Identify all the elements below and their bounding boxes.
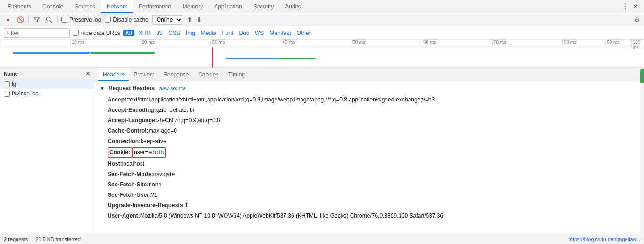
header-accept-encoding: Accept-Encoding: gzip, deflate, br: [100, 105, 638, 115]
scrollbar-track: [640, 68, 644, 234]
header-name-accept-encoding: Accept-Encoding:: [108, 106, 156, 114]
header-cookie: Cookie: user=admin: [100, 146, 638, 159]
tick-10ms: 10 ms: [70, 40, 84, 47]
filter-img[interactable]: Img: [184, 30, 197, 36]
disable-cache-text: Disable cache: [113, 17, 148, 23]
filter-xhr[interactable]: XHR: [137, 30, 152, 36]
filter-other[interactable]: Other: [295, 30, 312, 36]
detail-panel: Headers Preview Response Cookies Timing …: [94, 68, 644, 234]
tab-performance[interactable]: Performance: [133, 0, 177, 13]
list-item-favicon-checkbox[interactable]: [4, 91, 10, 97]
tab-preview[interactable]: Preview: [129, 68, 159, 81]
header-name-sec-fetch-user: Sec-Fetch-User:: [108, 191, 151, 199]
more-tabs-icon[interactable]: ⋮: [621, 2, 629, 11]
requests-count: 2 requests: [4, 236, 28, 242]
header-name-connection: Connection:: [108, 137, 141, 145]
disable-cache-label[interactable]: Disable cache: [105, 17, 148, 23]
request-list-header: Name ✕: [0, 68, 94, 79]
upload-icon[interactable]: ⬆: [187, 16, 192, 24]
request-headers-title: Request Headers: [109, 85, 155, 92]
filter-css[interactable]: CSS: [167, 30, 182, 36]
tab-network[interactable]: Network: [101, 0, 133, 13]
hide-data-urls-checkbox[interactable]: [73, 30, 79, 36]
search-icon-button[interactable]: [45, 16, 53, 24]
detail-panel-wrapper: Headers Preview Response Cookies Timing …: [94, 68, 644, 234]
preserve-log-label[interactable]: Preserve log: [61, 17, 101, 23]
timeline-green-bar-1: [90, 52, 155, 54]
timeline-blue-bar-2: [226, 58, 277, 59]
header-value-host: localhost: [122, 160, 144, 168]
clear-button[interactable]: 🚫: [16, 16, 25, 24]
filter-js[interactable]: JS: [155, 30, 164, 36]
header-name-accept-language: Accept-Language:: [108, 116, 157, 125]
external-link[interactable]: https://blog.csdn.net/gageliao...: [569, 236, 640, 242]
disable-cache-checkbox[interactable]: [105, 17, 111, 23]
header-sec-fetch-user: Sec-Fetch-User: ?1: [100, 190, 638, 200]
header-value-upgrade-insecure: 1: [185, 201, 188, 210]
tabs-icons: ⋮ ✕: [621, 2, 642, 11]
status-bar: 2 requests 21.5 KB transferred https://b…: [0, 234, 644, 244]
tab-cookies[interactable]: Cookies: [193, 68, 223, 81]
tab-timing[interactable]: Timing: [223, 68, 250, 81]
preserve-log-checkbox[interactable]: [61, 17, 67, 23]
network-toolbar: ● 🚫 Preserve log Disable cache Online ⬆ …: [0, 13, 644, 26]
hide-data-urls-label[interactable]: Hide data URLs: [73, 30, 120, 36]
tab-sources[interactable]: Sources: [69, 0, 101, 13]
list-item-favicon-name: favicon.ico: [12, 90, 39, 97]
tick-20ms: 20 ms: [141, 40, 155, 47]
preserve-log-text: Preserve log: [69, 17, 101, 23]
timeline-bar: 10 ms 20 ms 30 ms 40 ms 50 ms 60 ms 70 m…: [0, 40, 644, 68]
header-name-sec-fetch-site: Sec-Fetch-Site:: [108, 180, 149, 189]
tab-console[interactable]: Console: [37, 0, 69, 13]
filter-icon-button[interactable]: [33, 16, 41, 24]
svg-point-0: [47, 17, 50, 21]
tab-application[interactable]: Application: [209, 0, 248, 13]
close-devtools-icon[interactable]: ✕: [633, 3, 638, 10]
view-source-link[interactable]: view source: [159, 85, 186, 91]
header-host: Host: localhost: [100, 159, 638, 169]
tick-70ms: 70 ms: [492, 40, 506, 47]
header-connection: Connection: keep-alive: [100, 136, 638, 146]
timeline-red-line: [212, 47, 213, 68]
toolbar-divider-2: [57, 16, 58, 24]
detail-tabs: Headers Preview Response Cookies Timing: [94, 68, 644, 81]
tab-elements[interactable]: Elements: [2, 0, 37, 13]
filter-doc[interactable]: Doc: [238, 30, 251, 36]
hide-data-urls-text: Hide data URLs: [80, 30, 120, 36]
name-column-header: Name: [4, 71, 18, 76]
tab-memory[interactable]: Memory: [177, 0, 209, 13]
header-value-accept-language: zh-CN,zh;q=0.9,en;q=0.8: [157, 116, 220, 125]
devtools-tabs: Elements Console Sources Network Perform…: [0, 0, 644, 13]
tab-headers[interactable]: Headers: [98, 68, 129, 81]
header-name-upgrade-insecure: Upgrade-Insecure-Requests:: [108, 201, 185, 210]
filter-bar: Hide data URLs All XHR JS CSS Img Media …: [0, 26, 644, 40]
close-detail-button[interactable]: ✕: [85, 70, 90, 77]
record-button[interactable]: ●: [4, 16, 12, 24]
header-value-connection: keep-alive: [141, 137, 167, 145]
tick-60ms: 60 ms: [422, 40, 436, 47]
list-item-favicon[interactable]: favicon.ico: [0, 89, 94, 98]
download-icon[interactable]: ⬇: [196, 16, 202, 24]
header-sec-fetch-site: Sec-Fetch-Site: none: [100, 179, 638, 190]
list-item-lg-checkbox[interactable]: [4, 81, 10, 87]
scrollbar-thumb[interactable]: [640, 69, 644, 83]
filter-font[interactable]: Font: [221, 30, 235, 36]
request-headers-arrow[interactable]: ▼: [100, 86, 105, 91]
tab-response[interactable]: Response: [159, 68, 193, 81]
header-value-sec-fetch-site: none: [149, 180, 161, 189]
header-name-accept: Accept:: [108, 95, 128, 104]
list-item-lg[interactable]: lg: [0, 79, 94, 89]
all-filter-badge[interactable]: All: [123, 30, 134, 36]
filter-manifest[interactable]: Manifest: [268, 30, 292, 36]
transferred-size: 21.5 KB transferred: [35, 236, 80, 242]
tab-security[interactable]: Security: [248, 0, 279, 13]
filter-input[interactable]: [4, 28, 70, 38]
network-throttle-select[interactable]: Online: [152, 15, 183, 25]
settings-icon[interactable]: ⚙: [634, 16, 640, 24]
filter-media[interactable]: Media: [200, 30, 218, 36]
filter-ws[interactable]: WS: [253, 30, 265, 36]
header-name-cookie: Cookie:: [108, 147, 132, 158]
header-name-cache-control: Cache-Control:: [108, 126, 149, 135]
tick-30ms: 30 ms: [210, 40, 225, 47]
tab-audits[interactable]: Audits: [279, 0, 306, 13]
